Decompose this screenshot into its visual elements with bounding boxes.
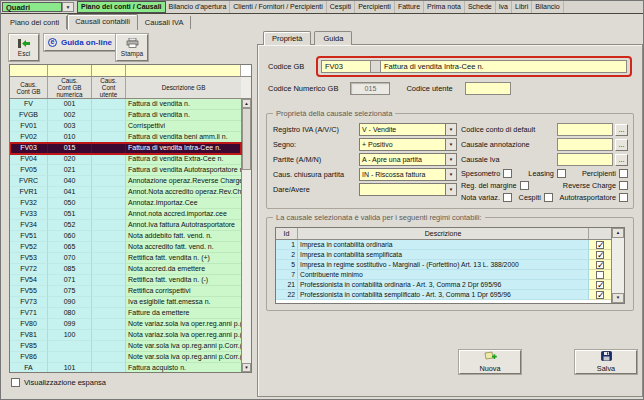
chevron-down-icon[interactable]: ▼ bbox=[446, 168, 457, 181]
checkbox-icon[interactable] bbox=[619, 181, 628, 190]
filter-cell[interactable] bbox=[92, 65, 126, 76]
chevron-down-icon[interactable]: ▼ bbox=[446, 153, 457, 166]
checkbox-icon[interactable] bbox=[596, 281, 604, 289]
chevron-down-icon[interactable]: ▼ bbox=[446, 123, 457, 136]
causali-scrollbar[interactable]: ▲ ▼ bbox=[241, 99, 251, 372]
flag-spesometro[interactable]: Spesometro bbox=[461, 169, 512, 178]
chevron-down-icon[interactable]: ▼ bbox=[446, 183, 457, 196]
lookup-browse-button-1[interactable]: ... bbox=[615, 139, 628, 151]
codice-utente-field[interactable] bbox=[465, 82, 511, 95]
flag-nota-variaz-[interactable]: Nota variaz. bbox=[461, 193, 512, 202]
causali-row-FV02[interactable]: FV02010Fattura di vendita beni amm.li n. bbox=[10, 132, 241, 143]
regimi-scrollbar-track[interactable] bbox=[612, 238, 624, 293]
sub-tab-1[interactable]: Causali contabili bbox=[67, 14, 138, 30]
main-tab-3[interactable]: Cespiti bbox=[327, 1, 355, 13]
dropdown-field-3[interactable]: IN - Riscossa fattura▼ bbox=[359, 168, 457, 181]
main-tab-2[interactable]: Clienti / Fornitori / Percipienti bbox=[230, 1, 326, 13]
sub-tab-0[interactable]: Piano dei conti bbox=[3, 16, 67, 29]
regime-row-2[interactable]: 2Impresa in contabilità semplificata bbox=[276, 250, 611, 260]
causali-row-FV72[interactable]: FV72085Nota accred.da emettere bbox=[10, 264, 241, 275]
dropdown-value-1[interactable]: + Positivo bbox=[359, 138, 446, 151]
stampa-button[interactable]: Stampa bbox=[116, 34, 148, 61]
causali-row-FV86[interactable]: FV86Note var.sola iva op.reg.anni p.Corr… bbox=[10, 352, 241, 363]
guida-online-button[interactable]: e Guida on-line bbox=[44, 34, 116, 51]
causali-row-FVRC[interactable]: FVRC040Annotazione operaz.Reverse Charge bbox=[10, 176, 241, 187]
filter-cell[interactable] bbox=[10, 65, 48, 76]
chevron-down-icon[interactable]: ▼ bbox=[446, 138, 457, 151]
nuova-button[interactable]: Nuova bbox=[459, 350, 521, 374]
dropdown-field-2[interactable]: A - Apre una partita▼ bbox=[359, 153, 457, 166]
causali-row-FV[interactable]: FV001Fattura di vendita n. bbox=[10, 99, 241, 110]
main-tab-7[interactable]: Schede bbox=[465, 1, 496, 13]
causali-row-FV33[interactable]: FV33051Annot.nota accred.importaz.cee bbox=[10, 209, 241, 220]
causali-row-FV54[interactable]: FV54071Rettifica fatt. vendita n. (-) bbox=[10, 275, 241, 286]
causali-row-FV32[interactable]: FV32050Annotaz.Importaz.Cee bbox=[10, 198, 241, 209]
scroll-down-icon[interactable]: ▼ bbox=[242, 363, 251, 372]
properties-tab-1[interactable]: Guida bbox=[314, 31, 352, 45]
causali-scrollbar-thumb[interactable] bbox=[242, 108, 251, 170]
causali-row-FV05[interactable]: FV05021Fattura di vendita Autotrasportat… bbox=[10, 165, 241, 176]
lookup-browse-button-2[interactable]: ... bbox=[615, 154, 628, 166]
filter-cell[interactable] bbox=[48, 65, 92, 76]
main-tab-6[interactable]: Prima nota bbox=[424, 1, 465, 13]
flag-cespiti[interactable]: Cespiti bbox=[519, 193, 553, 202]
checkbox-icon[interactable] bbox=[596, 251, 604, 259]
sub-tab-2[interactable]: Causali IVA bbox=[138, 16, 192, 29]
causali-row-FVGB[interactable]: FVGB002Fattura di vendita n. bbox=[10, 110, 241, 121]
flag-reverse-charge[interactable]: Reverse Charge bbox=[563, 181, 628, 190]
dropdown-field-0[interactable]: V - Vendite▼ bbox=[359, 123, 457, 136]
dropdown-value-2[interactable]: A - Apre una partita bbox=[359, 153, 446, 166]
checkbox-icon[interactable] bbox=[11, 378, 20, 387]
main-tab-8[interactable]: Iva bbox=[496, 1, 512, 13]
salva-button[interactable]: Salva bbox=[575, 350, 637, 374]
causali-row-FV52[interactable]: FV52065Nota accredito fatt. vend. n. bbox=[10, 242, 241, 253]
causali-row-FV53[interactable]: FV53070Rettifica fatt. vendita n. (+) bbox=[10, 253, 241, 264]
flag-autotrasportatore[interactable]: Autotrasportatore bbox=[560, 193, 628, 202]
causali-row-FV34[interactable]: FV34052Annot.Iva fattura Autotrasportato… bbox=[10, 220, 241, 231]
causali-row-FV80[interactable]: FV80099Note variaz.sola iva oper.reg.ann… bbox=[10, 319, 241, 330]
causali-scrollbar-track[interactable] bbox=[242, 108, 251, 363]
checkbox-icon[interactable] bbox=[596, 291, 604, 299]
main-tab-0[interactable]: Piano dei conti / Causali bbox=[77, 1, 166, 13]
causali-row-FV01[interactable]: FV01003Corrispettivi bbox=[10, 121, 241, 132]
scroll-up-icon[interactable]: ▲ bbox=[612, 228, 624, 238]
quadri-combobox-value[interactable]: Quadri bbox=[2, 2, 62, 12]
causali-row-FV71[interactable]: FV71080Fatture da emettere bbox=[10, 308, 241, 319]
main-tab-10[interactable]: Bilancio bbox=[532, 1, 564, 13]
causali-row-FV73[interactable]: FV73090Iva esigibile fatt.emessa n. bbox=[10, 297, 241, 308]
visualizzazione-espansa-checkbox[interactable]: Visualizzazione espansa bbox=[11, 378, 106, 387]
scroll-down-icon[interactable]: ▼ bbox=[612, 293, 624, 303]
flag-reg-del-margine[interactable]: Reg. del margine bbox=[461, 181, 529, 190]
causali-row-FV04[interactable]: FV04020Fattura di vendita Extra-Cee n. bbox=[10, 154, 241, 165]
scroll-up-icon[interactable]: ▲ bbox=[242, 99, 251, 108]
checkbox-icon[interactable] bbox=[503, 169, 512, 178]
main-tab-5[interactable]: Fatture bbox=[395, 1, 424, 13]
causali-row-FV51[interactable]: FV51060Nota addebito fatt. vend. n. bbox=[10, 231, 241, 242]
regimi-scrollbar[interactable]: ▲ ▼ bbox=[611, 228, 624, 303]
lookup-browse-button-0[interactable]: ... bbox=[615, 124, 628, 136]
checkbox-icon[interactable] bbox=[503, 193, 512, 202]
quadri-combobox[interactable]: Quadri ▼ bbox=[2, 2, 74, 12]
regime-row-21[interactable]: 21Professionista in contabilità ordinari… bbox=[276, 280, 611, 290]
main-tab-4[interactable]: Percipienti bbox=[355, 1, 395, 13]
dropdown-value-0[interactable]: V - Vendite bbox=[359, 123, 446, 136]
flag-leasing[interactable]: Leasing bbox=[528, 169, 566, 178]
lookup-field-0[interactable] bbox=[557, 123, 613, 136]
main-tab-9[interactable]: Libri bbox=[512, 1, 532, 13]
causali-row-FVR1[interactable]: FVR1041Annot.Nota accredito operaz.Rev.C… bbox=[10, 187, 241, 198]
codice-gb-field[interactable]: FV03 bbox=[321, 60, 371, 73]
dropdown-value-3[interactable]: IN - Riscossa fattura bbox=[359, 168, 446, 181]
properties-tab-0[interactable]: Proprietà bbox=[263, 31, 311, 45]
chevron-down-icon[interactable]: ▼ bbox=[62, 2, 74, 12]
causali-row-FV81[interactable]: FV81100Nota variaz.sola iva oper.reg.ann… bbox=[10, 330, 241, 341]
lookup-field-2[interactable] bbox=[557, 153, 613, 166]
regime-row-7[interactable]: 7Contribuente minimo bbox=[276, 270, 611, 280]
main-tab-1[interactable]: Bilancio d'apertura bbox=[166, 1, 231, 13]
dropdown-value-4[interactable] bbox=[359, 183, 446, 196]
codice-gb-descrizione-field[interactable]: Fattura di vendita Intra-Cee n. bbox=[381, 60, 627, 73]
esci-button[interactable]: Esci bbox=[9, 34, 39, 61]
checkbox-icon[interactable] bbox=[544, 193, 553, 202]
checkbox-icon[interactable] bbox=[520, 181, 529, 190]
flag-percipienti[interactable]: Percipienti bbox=[582, 169, 628, 178]
checkbox-icon[interactable] bbox=[596, 241, 604, 249]
